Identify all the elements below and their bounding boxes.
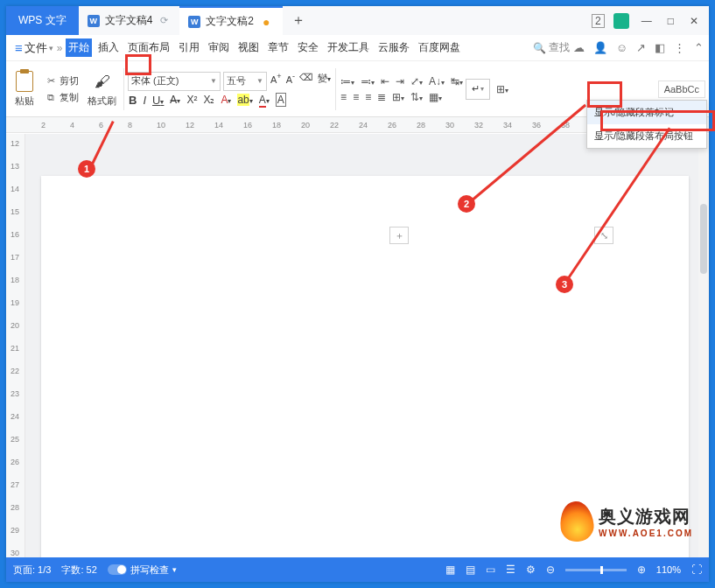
vertical-ruler[interactable]: 12131415161718192021222324252627282930 [6, 134, 25, 557]
distribute-button[interactable]: ⊞▾ [391, 91, 405, 103]
grow-font-button[interactable]: A+ [270, 72, 283, 91]
borders-button[interactable]: ⊞▾ [495, 83, 509, 95]
copy-label: 复制 [60, 91, 79, 104]
align-right-button[interactable]: ≡ [364, 91, 372, 103]
superscript-button[interactable]: X² [186, 94, 198, 106]
status-words[interactable]: 字数: 52 [61, 564, 96, 577]
highlight-button[interactable]: ab▾ [236, 94, 253, 106]
font-group: 宋体 (正文)▼ 五号▼ A+ A- ⌫ 變▾ B I U▾ A̶▾ X² X₂… [128, 72, 332, 107]
window-badge[interactable]: 2 [592, 14, 605, 28]
tab-review[interactable]: 审阅 [206, 38, 232, 57]
app-tab[interactable]: WPS 文字 [6, 6, 79, 35]
paste-button[interactable] [13, 70, 36, 93]
subscript-button[interactable]: X₂ [202, 94, 215, 106]
tab-devtools[interactable]: 开发工具 [325, 38, 372, 57]
dropdown-item-paragraph-marks[interactable]: 显示/隐藏段落标记 [587, 101, 706, 124]
skin-icon[interactable]: ◧ [655, 41, 665, 54]
sort-button[interactable]: A↓▾ [428, 75, 445, 88]
pinyin-button[interactable]: 變▾ [317, 72, 332, 91]
spell-check-toggle[interactable]: 拼写检查 ▾ [108, 564, 177, 577]
font-color-button[interactable]: A▾ [258, 94, 270, 106]
view-web-button[interactable]: ▭ [486, 564, 495, 576]
fullscreen-button[interactable]: ⛶ [691, 564, 702, 576]
zoom-out-button[interactable]: ⊖ [546, 564, 555, 576]
minimize-button[interactable]: — [638, 15, 655, 27]
tab-cloud[interactable]: 云服务 [375, 38, 412, 57]
zoom-level[interactable]: 110% [656, 564, 681, 575]
overflow-icon[interactable]: » [57, 42, 63, 54]
shading-button[interactable]: ▦▾ [428, 91, 443, 103]
watermark-url: WWW.AOE1.COM [599, 528, 693, 538]
tab-pagelayout[interactable]: 页面布局 [125, 38, 172, 57]
watermark: 奥义游戏网 WWW.AOE1.COM [560, 501, 693, 542]
strikethrough-button[interactable]: A̶▾ [169, 94, 181, 106]
font-name-value: 宋体 (正文) [131, 74, 179, 88]
tab-security[interactable]: 安全 [295, 38, 321, 57]
user-icon[interactable]: 👤 [593, 41, 607, 54]
maximize-button[interactable]: □ [664, 15, 677, 27]
file-menu[interactable]: 文件▾ [15, 40, 53, 56]
refresh-icon[interactable]: ⟳ [158, 15, 171, 26]
file-menu-label: 文件 [25, 40, 47, 56]
more-icon[interactable]: ⋮ [674, 41, 685, 54]
char-border-button[interactable]: A [275, 94, 287, 106]
bullet-list-button[interactable]: ≔▾ [340, 75, 355, 88]
collapse-ribbon-icon[interactable]: ⌃ [694, 41, 704, 54]
view-outline-button[interactable]: ☰ [506, 564, 515, 576]
tab-reference[interactable]: 引用 [176, 38, 202, 57]
new-tab-button[interactable]: ＋ [283, 6, 314, 35]
paragraph-mark-icon: ↵ [472, 83, 480, 94]
tab-insert[interactable]: 插入 [95, 38, 122, 57]
text-direction-button[interactable]: ⇅▾ [410, 91, 424, 103]
view-print-button[interactable]: ▦ [445, 564, 455, 576]
italic-button[interactable]: I [142, 94, 147, 107]
align-center-button[interactable]: ≡ [352, 91, 360, 103]
align-justify-button[interactable]: ≣ [376, 91, 387, 103]
paste-group: 粘贴 [10, 63, 39, 116]
copy-button[interactable]: ⧉复制 [45, 89, 79, 105]
scrollbar-thumb[interactable] [700, 204, 707, 274]
underline-button[interactable]: U▾ [151, 94, 165, 107]
tab-home[interactable]: 开始 [66, 38, 92, 57]
settings-icon[interactable]: ⚙ [526, 564, 536, 576]
chevron-down-icon: ▼ [256, 77, 263, 85]
shrink-font-button[interactable]: A- [285, 72, 296, 91]
user-avatar[interactable] [613, 13, 629, 29]
paste-label: 粘贴 [15, 94, 34, 108]
document-tab-2[interactable]: W 文字文稿2 ● [179, 6, 282, 35]
page-add-button[interactable]: ＋ [389, 227, 409, 244]
style-gallery[interactable]: AaBbCc [658, 80, 705, 98]
clear-format-button[interactable]: ⌫ [298, 72, 314, 91]
indent-left-button[interactable]: ⇤ [380, 75, 390, 88]
tab-stops-button[interactable]: ↹▾ [450, 75, 464, 88]
bold-button[interactable]: B [128, 94, 137, 107]
dropdown-item-layout-buttons[interactable]: 显示/隐藏段落布局按钮 [587, 124, 706, 148]
document-tab-1[interactable]: W 文字文稿4 ⟳ [79, 6, 180, 35]
zoom-slider[interactable] [565, 569, 627, 571]
zoom-in-button[interactable]: ⊕ [637, 564, 646, 576]
cut-button[interactable]: ✂剪切 [45, 73, 79, 88]
smile-icon[interactable]: ☺ [616, 41, 627, 54]
document-page[interactable]: ＋ ⤡ [41, 176, 689, 557]
cloud-icon[interactable]: ☁ [573, 41, 585, 54]
font-size-select[interactable]: 五号▼ [223, 72, 267, 91]
view-read-button[interactable]: ▤ [466, 564, 475, 576]
format-painter-button[interactable]: 🖌 [92, 70, 113, 93]
share-icon[interactable]: ↗ [636, 41, 646, 54]
text-effect-button[interactable]: A▾ [220, 94, 232, 106]
number-list-button[interactable]: ≕▾ [360, 75, 375, 88]
line-spacing-button[interactable]: ⤢▾ [410, 75, 424, 88]
close-button[interactable]: ✕ [686, 15, 702, 27]
tab-baidu[interactable]: 百度网盘 [416, 38, 463, 57]
indent-right-button[interactable]: ⇥ [395, 75, 405, 88]
chevron-down-icon: ▾ [480, 85, 484, 93]
show-marks-button[interactable]: ↵▾ [466, 79, 490, 100]
vertical-scrollbar[interactable] [698, 134, 709, 557]
page-expand-button[interactable]: ⤡ [594, 227, 613, 244]
align-left-button[interactable]: ≡ [340, 91, 347, 103]
status-page[interactable]: 页面: 1/3 [13, 564, 51, 577]
tab-chapter[interactable]: 章节 [265, 38, 291, 57]
font-name-select[interactable]: 宋体 (正文)▼ [128, 72, 221, 91]
tab-view[interactable]: 视图 [235, 38, 262, 57]
search-box[interactable]: 🔍 查找 [533, 40, 570, 55]
